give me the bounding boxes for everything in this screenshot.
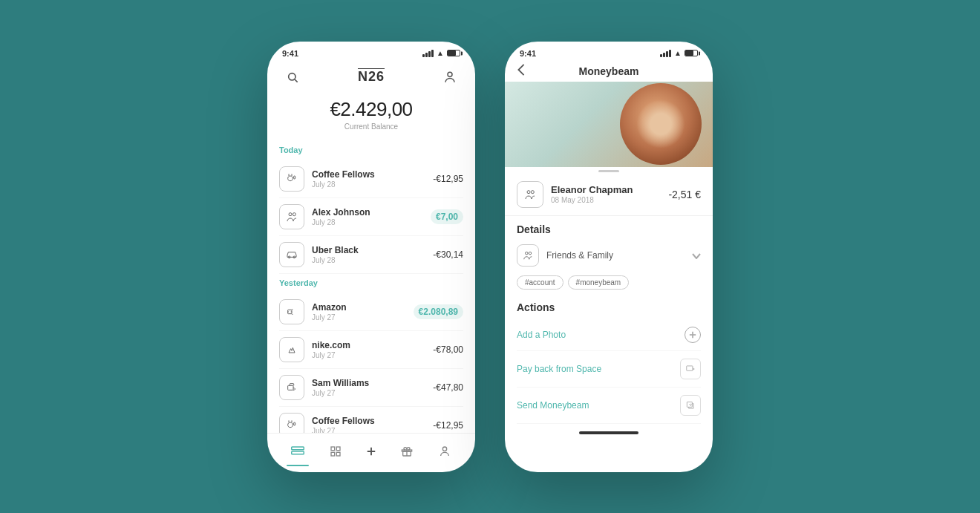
add-icon xyxy=(685,327,701,343)
svg-rect-11 xyxy=(292,447,304,450)
actions-title: Actions xyxy=(517,301,701,313)
txn-name: Sam Williams xyxy=(312,378,433,388)
tag-moneybeam[interactable]: #moneybeam xyxy=(568,275,630,290)
detail-header: Moneybeam xyxy=(505,61,713,82)
action-add-photo-label: Add a Photo xyxy=(517,330,685,340)
txn-icon-alex xyxy=(279,204,304,229)
signal-icon xyxy=(422,50,434,57)
wifi-icon: ▲ xyxy=(437,49,444,57)
scroll-indicator xyxy=(505,167,713,174)
txn-icon-coffee1 xyxy=(279,166,304,192)
transaction-item[interactable]: nike.com July 27 -€78,00 xyxy=(279,331,463,369)
tags-row: #account #moneybeam xyxy=(517,269,701,293)
category-icon xyxy=(517,244,539,267)
txn-icon-amazon xyxy=(279,299,304,324)
app-logo: N26 xyxy=(358,69,385,85)
nav-grid[interactable] xyxy=(322,440,349,463)
svg-rect-16 xyxy=(336,452,340,456)
coffee-image xyxy=(620,83,702,165)
home-indicator xyxy=(505,427,713,437)
details-section: Details Friends & Family # xyxy=(505,216,713,297)
txn-amount: -€47,80 xyxy=(433,382,463,393)
nav-home[interactable] xyxy=(284,440,311,463)
signal-icon-2 xyxy=(660,50,671,57)
status-bar-2: 9:41 ▲ xyxy=(505,42,713,61)
transaction-item[interactable]: Uber Black July 28 -€30,14 xyxy=(279,236,463,274)
svg-rect-3 xyxy=(294,176,295,179)
search-button[interactable] xyxy=(282,67,303,88)
profile-icon[interactable] xyxy=(440,67,460,88)
payback-icon xyxy=(680,359,701,379)
txn-name: Uber Black xyxy=(312,245,433,255)
txn-amount: -€78,00 xyxy=(433,344,463,355)
status-bar-1: 9:41 ▲ xyxy=(267,42,475,61)
txn-date: July 28 xyxy=(312,218,431,226)
action-add-photo[interactable]: Add a Photo xyxy=(517,319,701,351)
txn-info: Coffee Fellows July 27 xyxy=(312,416,433,433)
chevron-down-icon[interactable] xyxy=(692,249,701,261)
txn-date: July 27 xyxy=(312,427,433,433)
phone-detail: 9:41 ▲ Moneybeam xyxy=(505,42,713,472)
nav-add-button[interactable] xyxy=(359,440,383,463)
coffee-foam xyxy=(636,99,685,148)
txn-icon-uber xyxy=(279,242,304,267)
details-title: Details xyxy=(517,223,701,235)
txn-amount: -€30,14 xyxy=(433,249,463,260)
txn-date: July 28 xyxy=(312,180,433,189)
action-send-moneybeam[interactable]: Send Moneybeam xyxy=(517,388,701,424)
detail-contact: Eleanor Chapman 08 May 2018 -2,51 € xyxy=(505,174,713,216)
txn-info: Amazon July 27 xyxy=(312,302,414,321)
transaction-item[interactable]: Coffee Fellows July 28 -€12,95 xyxy=(279,160,463,198)
battery-icon-2 xyxy=(685,50,698,56)
back-button[interactable] xyxy=(517,63,526,79)
txn-info: Coffee Fellows July 28 xyxy=(312,169,433,189)
phone-1-content: N26 €2.429,00 Current Balance Today xyxy=(267,61,475,472)
txn-amount: €2.080,89 xyxy=(414,304,463,319)
balance-amount: €2.429,00 xyxy=(282,98,460,121)
hero-image xyxy=(505,82,713,167)
txn-icon-nike xyxy=(279,337,304,362)
status-time-2: 9:41 xyxy=(520,49,536,58)
txn-date: July 28 xyxy=(312,256,433,264)
transaction-item[interactable]: Amazon July 27 €2.080,89 xyxy=(279,293,463,331)
txn-amount: -€12,95 xyxy=(433,420,463,431)
contact-name: Eleanor Chapman xyxy=(551,184,668,195)
transaction-item[interactable]: Coffee Fellows July 27 -€12,95 xyxy=(279,407,463,433)
action-pay-back-label: Pay back from Space xyxy=(517,364,680,374)
contact-icon xyxy=(517,181,543,208)
svg-point-23 xyxy=(531,190,534,193)
transactions-list: Today Coffee Fellows July 28 -€12,95 xyxy=(267,141,475,433)
svg-point-0 xyxy=(289,73,295,79)
svg-point-2 xyxy=(448,72,452,76)
action-pay-back[interactable]: Pay back from Space xyxy=(517,351,701,388)
transaction-item[interactable]: Alex Johnson July 28 €7,00 xyxy=(279,198,463,236)
action-send-moneybeam-label: Send Moneybeam xyxy=(517,400,680,411)
status-time-1: 9:41 xyxy=(282,49,298,58)
actions-section: Actions Add a Photo Pay back from Space xyxy=(505,297,713,427)
battery-icon xyxy=(447,50,460,56)
contact-date: 08 May 2018 xyxy=(551,196,668,204)
txn-name: Coffee Fellows xyxy=(312,169,433,180)
status-icons-1: ▲ xyxy=(422,49,460,57)
svg-rect-28 xyxy=(687,365,693,370)
txn-amount: €7,00 xyxy=(431,209,463,224)
svg-rect-14 xyxy=(336,447,340,451)
nav-profile[interactable] xyxy=(431,440,458,463)
transaction-item[interactable]: Sam Williams July 27 -€47,80 xyxy=(279,369,463,407)
category-row[interactable]: Friends & Family xyxy=(517,241,701,269)
nav-gift[interactable] xyxy=(393,440,420,463)
phones-container: 9:41 ▲ N26 xyxy=(267,42,713,472)
svg-point-25 xyxy=(529,252,532,255)
txn-info: Alex Johnson July 28 xyxy=(312,207,431,226)
balance-label: Current Balance xyxy=(282,122,460,131)
txn-name: nike.com xyxy=(312,340,433,350)
contact-info: Eleanor Chapman 08 May 2018 xyxy=(551,184,668,204)
balance-section: €2.429,00 Current Balance xyxy=(267,94,475,141)
tag-account[interactable]: #account xyxy=(517,275,564,290)
txn-amount: -€12,95 xyxy=(433,174,463,184)
svg-point-5 xyxy=(293,212,295,215)
wifi-icon-2: ▲ xyxy=(674,49,682,57)
bottom-nav xyxy=(267,433,475,472)
svg-point-22 xyxy=(527,190,530,193)
txn-date: July 27 xyxy=(312,351,433,359)
